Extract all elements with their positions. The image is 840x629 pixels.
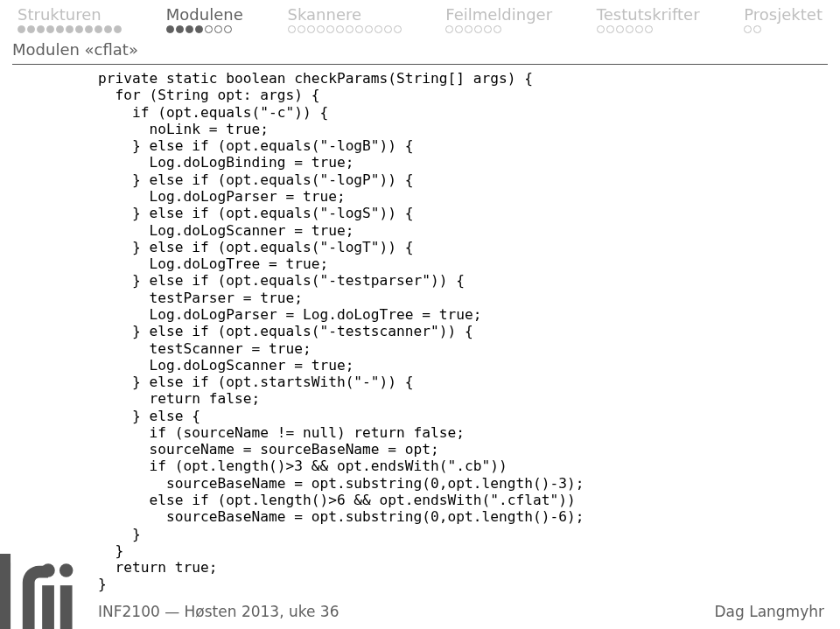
nav-label: Skannere: [288, 5, 402, 24]
nav-progress: [288, 25, 402, 33]
nav-item-4[interactable]: Testutskrifter: [590, 5, 707, 33]
nav-progress: [166, 25, 243, 33]
nav-label: Testutskrifter: [597, 5, 700, 24]
footer: INF2100 — Høsten 2013, uke 36 Dag Langmy…: [0, 603, 840, 620]
nav-item-2[interactable]: Skannere: [281, 5, 409, 33]
footer-left: INF2100 — Høsten 2013, uke 36: [98, 603, 340, 620]
svg-rect-0: [0, 554, 10, 629]
nav-item-1[interactable]: Modulene: [159, 5, 250, 33]
ifi-logo: [0, 554, 75, 629]
nav-item-0[interactable]: Strukturen: [10, 5, 129, 33]
nav-label: Strukturen: [18, 5, 122, 24]
nav-item-5[interactable]: Prosjektet: [737, 5, 830, 33]
svg-rect-3: [60, 585, 73, 629]
nav-label: Modulene: [166, 5, 243, 24]
nav-progress: [744, 25, 822, 33]
nav-progress: [597, 25, 700, 33]
code-listing: private static boolean checkParams(Strin…: [0, 65, 840, 593]
svg-rect-1: [42, 585, 54, 629]
nav-progress: [18, 25, 122, 33]
frame-subtitle: Modulen «cflat»: [0, 33, 840, 62]
svg-point-4: [60, 563, 73, 577]
nav-label: Feilmeldinger: [445, 5, 552, 24]
nav-progress: [445, 25, 552, 33]
nav-label: Prosjektet: [744, 5, 822, 24]
nav: StrukturenModuleneSkannereFeilmeldingerT…: [0, 0, 840, 33]
svg-point-2: [41, 563, 54, 577]
footer-right: Dag Langmyhr: [714, 603, 824, 620]
nav-item-3[interactable]: Feilmeldinger: [438, 5, 559, 33]
